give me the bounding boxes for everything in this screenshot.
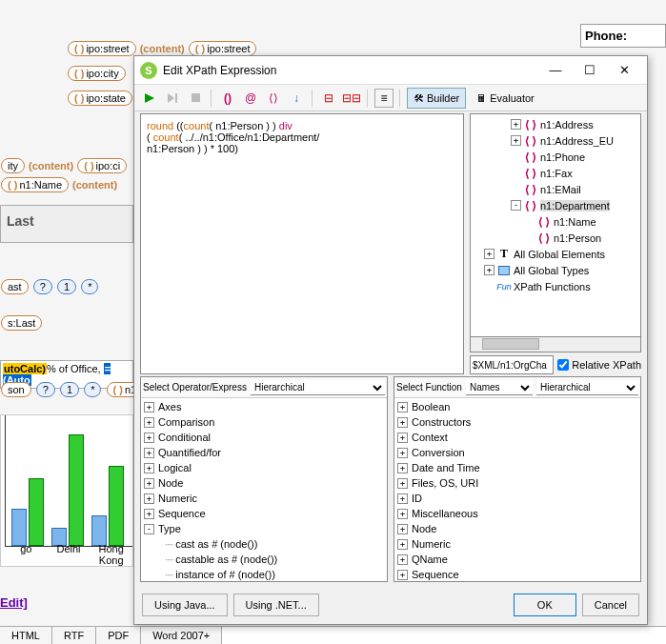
tree-node[interactable]: ⟨⟩n1:Phone <box>471 149 640 165</box>
cancel-button[interactable]: Cancel <box>582 594 639 616</box>
element-icon: ⟨⟩ <box>524 168 537 179</box>
xpath-dialog: S Edit XPath Expression — ☐ ✕ () @ ⟨⟩ ↓ … <box>133 55 648 625</box>
tree-node[interactable]: -⟨⟩n1:Department <box>471 197 640 213</box>
horizontal-scrollbar[interactable] <box>470 337 641 352</box>
insert-func-icon[interactable]: ↓ <box>287 89 306 108</box>
dialog-title: Edit XPath Expression <box>163 64 538 77</box>
schema-tag[interactable]: ( )n1:Name <box>1 177 69 192</box>
tab-pdf[interactable]: PDF <box>96 627 141 644</box>
calculator-icon: 🖩 <box>476 92 487 104</box>
evaluator-mode-button[interactable]: 🖩 Evaluator <box>470 88 540 109</box>
list-item[interactable]: +Boolean <box>395 399 639 414</box>
schema-tag[interactable]: ( )ipo:city <box>68 66 126 81</box>
list-item[interactable]: castable as # (node()) <box>142 552 386 567</box>
content-label: (content) <box>29 160 73 171</box>
list-item[interactable]: +Files, OS, URI <box>395 475 639 491</box>
tree-node[interactable]: +TAll Global Elements <box>471 246 640 262</box>
builder-mode-button[interactable]: 🛠 Builder <box>407 88 466 109</box>
tree-node[interactable]: ⟨⟩n1:EMail <box>471 181 640 197</box>
list-item[interactable]: +Conditional <box>142 430 386 445</box>
list-item[interactable]: +Date and Time <box>395 460 639 475</box>
schema-tag[interactable]: ( )ipo:ci <box>77 158 127 173</box>
schema-tag[interactable]: ity <box>1 158 25 173</box>
insert-node-icon[interactable]: ⟨⟩ <box>264 89 283 108</box>
xpath-context-field[interactable]: $XML/n1:OrgCha <box>470 355 554 374</box>
bar-chart: goDelhiHong Kong <box>0 414 133 567</box>
ok-button[interactable]: OK <box>514 594 576 616</box>
stop-icon[interactable] <box>186 89 205 108</box>
list-item[interactable]: +Numeric <box>142 491 386 506</box>
list-item[interactable]: +QName <box>395 552 639 567</box>
list-item[interactable]: instance of # (node()) <box>142 567 386 581</box>
tab-html[interactable]: HTML <box>0 627 52 644</box>
schema-tag[interactable]: ( )ipo:street <box>68 41 136 56</box>
operator-panel: Select Operator/Express Hierarchical +Ax… <box>140 376 388 582</box>
schema-tag[interactable]: ( )ipo:state <box>68 91 132 106</box>
text-type-icon: T <box>497 249 511 260</box>
occurrence-q[interactable]: ? <box>33 279 52 294</box>
svg-marker-1 <box>168 93 174 103</box>
insert-element-icon[interactable]: () <box>218 89 237 108</box>
xpath-code-editor[interactable]: round ((count( n1:Person ) ) div ( count… <box>140 113 464 374</box>
schema-tree[interactable]: +⟨⟩n1:Address+⟨⟩n1:Address_EU⟨⟩n1:Phone⟨… <box>470 113 641 337</box>
tree-node[interactable]: FunXPath Functions <box>471 278 640 294</box>
element-icon: ⟨⟩ <box>524 184 537 195</box>
schema-tag[interactable]: ast <box>1 279 29 294</box>
list-item[interactable]: +Logical <box>142 460 386 475</box>
list-item[interactable]: +Conversion <box>395 445 639 460</box>
minimize-button[interactable]: — <box>538 59 573 82</box>
tree-node[interactable]: ⟨⟩n1:Name <box>471 213 640 230</box>
close-button[interactable]: ✕ <box>607 59 641 82</box>
element-icon: ⟨⟩ <box>524 119 537 131</box>
occurrence-1[interactable]: 1 <box>60 382 79 397</box>
list-item[interactable]: +Node <box>395 521 639 536</box>
output-tabs: HTML RTF PDF Word 2007+ <box>0 626 666 644</box>
using-net-button[interactable]: Using .NET... <box>233 594 319 616</box>
hammer-icon: 🛠 <box>414 92 424 104</box>
tab-word[interactable]: Word 2007+ <box>141 627 222 644</box>
list-item[interactable]: +Miscellaneous <box>395 506 639 521</box>
relative-xpath-checkbox[interactable]: Relative XPath <box>557 359 641 371</box>
occurrence-star[interactable]: * <box>81 279 98 294</box>
list-item[interactable]: +Sequence <box>142 506 386 521</box>
tree-node[interactable]: ⟨⟩n1:Fax <box>471 165 640 181</box>
list-item[interactable]: +Constructors <box>395 414 639 430</box>
list-item[interactable]: +Sequence <box>395 567 639 581</box>
insert-attr-icon[interactable]: @ <box>241 89 260 108</box>
tree-node[interactable]: +⟨⟩n1:Address <box>471 116 640 132</box>
tree-node[interactable]: +All Global Types <box>471 262 640 278</box>
maximize-button[interactable]: ☐ <box>573 59 607 82</box>
list-item[interactable]: +Node <box>142 475 386 491</box>
occurrence-1[interactable]: 1 <box>57 279 76 294</box>
list-item[interactable]: -Type <box>142 521 386 536</box>
svg-rect-3 <box>192 93 200 102</box>
list-item[interactable]: cast as # (node()) <box>142 536 386 552</box>
element-icon: ⟨⟩ <box>524 151 537 163</box>
toolbar: () @ ⟨⟩ ↓ ⊟ ⊟⊟ ≡ 🛠 Builder 🖩 Evaluator <box>134 85 647 111</box>
remove-item-icon[interactable]: ⊟ <box>319 89 338 108</box>
schema-tag[interactable]: s:Last <box>1 315 42 331</box>
function-mode-select[interactable]: Hierarchical <box>536 380 638 395</box>
using-java-button[interactable]: Using Java... <box>142 594 228 616</box>
list-item[interactable]: +ID <box>395 491 639 506</box>
operator-mode-select[interactable]: Hierarchical <box>251 380 385 395</box>
list-item[interactable]: +Quantified/for <box>142 445 386 460</box>
options-icon[interactable]: ≡ <box>374 89 394 108</box>
edit-link[interactable]: Edit] <box>0 595 28 610</box>
tab-rtf[interactable]: RTF <box>52 627 96 644</box>
occurrence-q[interactable]: ? <box>36 382 55 397</box>
remove-all-icon[interactable]: ⊟⊟ <box>342 89 361 108</box>
schema-tag[interactable]: son <box>1 382 31 397</box>
list-item[interactable]: +Context <box>395 430 639 445</box>
tree-node[interactable]: +⟨⟩n1:Address_EU <box>471 132 640 149</box>
list-item[interactable]: +Axes <box>142 399 386 414</box>
step-icon[interactable] <box>163 89 182 108</box>
play-icon[interactable] <box>140 89 159 108</box>
list-item[interactable]: +Comparison <box>142 414 386 430</box>
app-icon: S <box>140 62 157 79</box>
schema-tag[interactable]: ( )ipo:street <box>189 41 257 56</box>
list-item[interactable]: +Numeric <box>395 536 639 552</box>
occurrence-star[interactable]: * <box>84 382 101 397</box>
function-names-select[interactable]: Names <box>466 380 533 395</box>
tree-node[interactable]: ⟨⟩n1:Person <box>471 230 640 246</box>
